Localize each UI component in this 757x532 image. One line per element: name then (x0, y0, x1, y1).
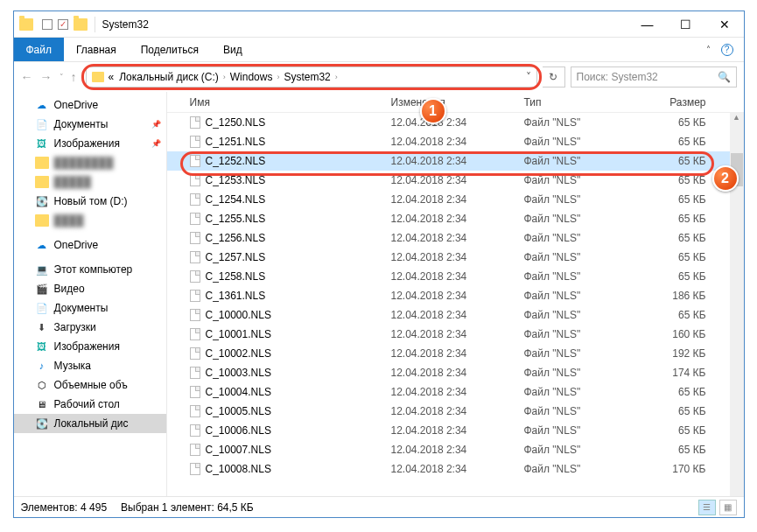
sidebar-item[interactable]: ⬇Загрузки (14, 318, 166, 337)
file-row[interactable]: C_10005.NLS12.04.2018 2:34Файл "NLS"65 К… (167, 402, 744, 421)
scroll-up-icon[interactable]: ▲ (730, 113, 744, 127)
file-type: Файл "NLS" (524, 232, 631, 244)
file-row[interactable]: C_1255.NLS12.04.2018 2:34Файл "NLS"65 КБ (167, 209, 744, 228)
col-size[interactable]: Размер (631, 96, 706, 108)
col-date[interactable]: Изменения (391, 96, 524, 108)
sidebar-item[interactable]: ☁OneDrive (14, 95, 166, 115)
file-row[interactable]: C_10006.NLS12.04.2018 2:34Файл "NLS"65 К… (167, 421, 744, 440)
file-icon (190, 463, 200, 475)
search-input[interactable]: Поиск: System32 🔍 (571, 66, 737, 88)
file-name: C_1253.NLS (206, 174, 391, 186)
file-icon (190, 155, 200, 167)
file-row[interactable]: C_10000.NLS12.04.2018 2:34Файл "NLS"65 К… (167, 305, 744, 325)
file-type: Файл "NLS" (524, 136, 631, 148)
sidebar-item[interactable]: 📄Документы (14, 298, 166, 318)
refresh-button[interactable]: ↻ (543, 66, 565, 88)
file-date: 12.04.2018 2:34 (391, 193, 524, 206)
maximize-button[interactable]: ☐ (667, 11, 705, 38)
up-button[interactable]: ↑ (71, 70, 77, 84)
sidebar-item[interactable]: ⬡Объемные объ (14, 375, 166, 395)
address-dropdown[interactable]: ˅ (526, 71, 531, 83)
file-row[interactable]: C_10008.NLS12.04.2018 2:34Файл "NLS"170 … (167, 459, 744, 479)
recent-dropdown[interactable]: ˅ (60, 73, 64, 81)
tab-home[interactable]: Главная (64, 38, 129, 61)
details-view-button[interactable]: ☰ (698, 500, 716, 515)
img-icon: 🖼 (35, 340, 49, 353)
sidebar-item[interactable]: 📄Документы (14, 115, 166, 134)
help-icon[interactable]: ? (721, 44, 733, 56)
close-button[interactable]: ✕ (705, 11, 744, 38)
breadcrumb-part[interactable]: Локальный диск (C:) (118, 69, 220, 85)
sidebar-item[interactable]: 🖼Изображения (14, 337, 166, 356)
sidebar-item[interactable]: ♪Музыка (14, 356, 166, 375)
file-type: Файл "NLS" (524, 155, 631, 167)
col-type[interactable]: Тип (524, 96, 631, 108)
chevron-right-icon[interactable]: › (223, 73, 226, 81)
file-row[interactable]: C_10002.NLS12.04.2018 2:34Файл "NLS"192 … (167, 344, 744, 363)
file-row[interactable]: C_1257.NLS12.04.2018 2:34Файл "NLS"65 КБ (167, 248, 744, 267)
search-icon[interactable]: 🔍 (718, 71, 731, 83)
file-name: C_1251.NLS (206, 136, 391, 148)
sidebar-item[interactable]: 🖥Рабочий стол (14, 395, 166, 414)
sidebar-item[interactable]: 💽Локальный дис (14, 414, 166, 433)
file-name: C_10006.NLS (206, 424, 391, 437)
tab-file[interactable]: Файл (14, 38, 65, 61)
breadcrumb-part[interactable]: System32 (283, 69, 331, 85)
forward-button[interactable]: → (40, 70, 53, 84)
sidebar-item[interactable]: 💻Этот компьютер (14, 260, 166, 279)
sidebar[interactable]: ☁OneDrive📄Документы🖼Изображения█████████… (14, 92, 167, 496)
tab-view[interactable]: Вид (211, 38, 255, 61)
breadcrumb-part[interactable]: Windows (229, 69, 274, 85)
file-row[interactable]: C_1254.NLS12.04.2018 2:34Файл "NLS"65 КБ (167, 190, 744, 209)
ribbon-expand-icon[interactable]: ˄ (706, 45, 711, 54)
qat-check-on[interactable] (58, 19, 68, 30)
sidebar-item[interactable]: ████████ (14, 153, 166, 172)
address-bar[interactable]: « Локальный диск (C:) › Windows › System… (86, 66, 537, 88)
sidebar-item[interactable]: ☁OneDrive (14, 235, 166, 255)
file-size: 174 КБ (631, 367, 706, 379)
separator (95, 17, 95, 32)
file-row[interactable]: C_10004.NLS12.04.2018 2:34Файл "NLS"65 К… (167, 382, 744, 402)
file-date: 12.04.2018 2:34 (391, 367, 524, 379)
chevron-right-icon[interactable]: › (277, 73, 279, 81)
sidebar-item[interactable]: ████ (14, 211, 166, 230)
file-row[interactable]: C_1253.NLS12.04.2018 2:34Файл "NLS"65 КБ (167, 171, 744, 190)
file-row[interactable]: C_1250.NLS12.04.2018 2:34Файл "NLS"65 КБ (167, 113, 744, 132)
file-row[interactable]: C_1361.NLS12.04.2018 2:34Файл "NLS"186 К… (167, 286, 744, 305)
col-name[interactable]: Имя (190, 96, 391, 108)
ribbon-help: ˄ ? (706, 38, 744, 61)
file-row[interactable]: C_1256.NLS12.04.2018 2:34Файл "NLS"65 КБ (167, 228, 744, 248)
sidebar-item-label: OneDrive (54, 239, 99, 251)
file-row[interactable]: C_10003.NLS12.04.2018 2:34Файл "NLS"174 … (167, 363, 744, 382)
file-list[interactable]: C_1250.NLS12.04.2018 2:34Файл "NLS"65 КБ… (167, 113, 744, 496)
file-type: Файл "NLS" (524, 309, 631, 321)
file-date: 12.04.2018 2:34 (391, 328, 524, 340)
file-icon (190, 270, 200, 283)
file-row[interactable]: C_10001.NLS12.04.2018 2:34Файл "NLS"160 … (167, 325, 744, 344)
file-row[interactable]: C_1251.NLS12.04.2018 2:34Файл "NLS"65 КБ (167, 132, 744, 151)
sidebar-item[interactable]: 🎬Видео (14, 279, 166, 298)
tab-share[interactable]: Поделиться (129, 38, 211, 61)
qat-check-empty[interactable] (42, 19, 53, 30)
status-selection: Выбран 1 элемент: 64,5 КБ (121, 501, 254, 514)
file-size: 186 КБ (631, 290, 706, 302)
file-name: C_10007.NLS (206, 444, 391, 456)
file-name: C_10002.NLS (206, 347, 391, 360)
file-row[interactable]: C_1258.NLS12.04.2018 2:34Файл "NLS"65 КБ (167, 267, 744, 286)
sidebar-item-label: Загрузки (54, 321, 96, 333)
sidebar-item[interactable]: 🖼Изображения (14, 134, 166, 153)
sidebar-item[interactable]: 💽Новый том (D:) (14, 192, 166, 211)
icons-view-button[interactable]: ▦ (719, 500, 737, 515)
file-type: Файл "NLS" (524, 405, 631, 417)
file-row[interactable]: C_1252.NLS12.04.2018 2:34Файл "NLS"65 КБ (167, 151, 744, 171)
sidebar-item[interactable]: █████ (14, 172, 166, 192)
file-type: Файл "NLS" (524, 213, 631, 225)
file-type: Файл "NLS" (524, 424, 631, 437)
chevron-right-icon[interactable]: › (335, 73, 338, 81)
back-button[interactable]: ← (21, 70, 33, 84)
main-area: ☁OneDrive📄Документы🖼Изображения█████████… (14, 92, 744, 496)
file-type: Файл "NLS" (524, 290, 631, 302)
file-name: C_10008.NLS (206, 463, 391, 475)
minimize-button[interactable]: — (628, 11, 667, 38)
file-row[interactable]: C_10007.NLS12.04.2018 2:34Файл "NLS"65 К… (167, 440, 744, 459)
